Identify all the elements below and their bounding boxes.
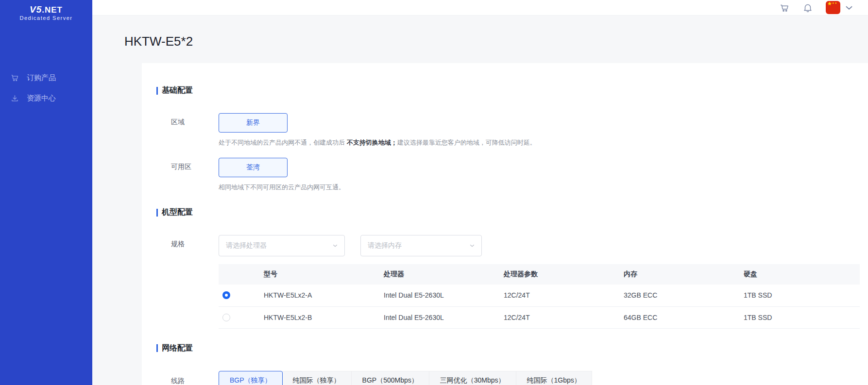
cart-icon bbox=[11, 74, 19, 82]
region-option-button[interactable]: 新界 bbox=[219, 113, 288, 133]
memory-select[interactable]: 请选择内存 bbox=[360, 235, 482, 256]
zone-option-button[interactable]: 荃湾 bbox=[219, 158, 288, 177]
line-option-bgp-dedicated[interactable]: BGP（独享） bbox=[219, 371, 283, 385]
sidebar: V5.NET Dedicated Server 订购产品 资源中心 bbox=[0, 0, 92, 385]
section-title-text: 网络配置 bbox=[162, 343, 193, 353]
table-header-row: 型号 处理器 处理器参数 内存 硬盘 bbox=[219, 264, 860, 285]
memory-select-placeholder: 请选择内存 bbox=[368, 241, 402, 250]
line-option-group: BGP（独享） 纯国际（独享） BGP（500Mbps） 三网优化（30Mbps… bbox=[219, 371, 858, 385]
form-row-zone: 可用区 荃湾 相同地域下不同可用区的云产品内网可互通。 bbox=[156, 158, 858, 192]
help-prefix: 处于不同地域的云产品内网不通，创建成功后 bbox=[219, 139, 347, 146]
cart-icon[interactable] bbox=[779, 2, 790, 13]
line-option-intl-1gbps[interactable]: 纯国际（1Gbps） bbox=[516, 371, 592, 385]
radio-unselected[interactable] bbox=[222, 314, 230, 321]
bell-icon[interactable] bbox=[802, 2, 813, 13]
cell-cpu-params: 12C/24T bbox=[500, 285, 620, 306]
cell-disk: 1TB SSD bbox=[740, 306, 860, 328]
chevron-down-icon[interactable] bbox=[844, 2, 854, 13]
cell-cpu-params: 12C/24T bbox=[500, 306, 620, 328]
cpu-select[interactable]: 请选择处理器 bbox=[219, 235, 345, 256]
logo-subtitle: Dedicated Server bbox=[0, 15, 92, 21]
section-machine-config: 机型配置 bbox=[156, 207, 858, 218]
column-header-disk: 硬盘 bbox=[740, 264, 860, 285]
user-menu[interactable]: ★ ★★ bbox=[826, 1, 854, 14]
cell-memory: 32GB ECC bbox=[620, 285, 740, 306]
help-bold: 不支持切换地域； bbox=[347, 139, 397, 146]
chevron-down-icon bbox=[469, 242, 476, 249]
column-header-model: 型号 bbox=[260, 264, 380, 285]
cell-model: HKTW-E5Lx2-A bbox=[260, 285, 380, 306]
config-card: 基础配置 区域 新界 处于不同地域的云产品内网不通，创建成功后 不支持切换地域；… bbox=[142, 63, 868, 385]
zone-label: 可用区 bbox=[156, 158, 219, 192]
section-basic-config: 基础配置 bbox=[156, 85, 858, 96]
logo-v5: V5 bbox=[30, 4, 42, 15]
spec-label: 规格 bbox=[156, 235, 219, 329]
form-row-spec: 规格 请选择处理器 请选择内存 bbox=[156, 235, 858, 329]
chevron-down-icon bbox=[332, 242, 339, 249]
cell-model: HKTW-E5Lx2-B bbox=[260, 306, 380, 328]
column-header-memory: 内存 bbox=[620, 264, 740, 285]
sidebar-item-label: 订购产品 bbox=[27, 73, 56, 83]
line-option-triple-net-30mbps[interactable]: 三网优化（30Mbps） bbox=[429, 371, 516, 385]
section-accent-bar bbox=[156, 344, 158, 352]
sidebar-item-order-products[interactable]: 订购产品 bbox=[0, 67, 92, 88]
table-row-model-a[interactable]: HKTW-E5Lx2-A Intel Dual E5-2630L 12C/24T… bbox=[219, 285, 860, 306]
sidebar-item-label: 资源中心 bbox=[27, 94, 56, 103]
region-label: 区域 bbox=[156, 113, 219, 147]
section-title-text: 机型配置 bbox=[162, 207, 193, 218]
table-row-model-b[interactable]: HKTW-E5Lx2-B Intel Dual E5-2630L 12C/24T… bbox=[219, 306, 860, 328]
radio-selected[interactable] bbox=[222, 291, 230, 299]
column-header-cpu-params: 处理器参数 bbox=[500, 264, 620, 285]
cell-disk: 1TB SSD bbox=[740, 285, 860, 306]
section-accent-bar bbox=[156, 209, 158, 217]
cell-memory: 64GB ECC bbox=[620, 306, 740, 328]
sidebar-nav: 订购产品 资源中心 bbox=[0, 67, 92, 108]
topbar: ★ ★★ bbox=[92, 0, 868, 16]
form-row-line: 线路 BGP（独享） 纯国际（独享） BGP（500Mbps） 三网优化（30M… bbox=[156, 371, 858, 385]
cell-cpu: Intel Dual E5-2630L bbox=[380, 285, 500, 306]
form-row-region: 区域 新界 处于不同地域的云产品内网不通，创建成功后 不支持切换地域；建议选择最… bbox=[156, 113, 858, 147]
download-icon bbox=[11, 94, 19, 102]
line-option-intl-dedicated[interactable]: 纯国际（独享） bbox=[282, 371, 352, 385]
page-title: HKTW-E5*2 bbox=[124, 34, 868, 49]
flag-star-icon: ★ bbox=[827, 1, 832, 7]
zone-help-text: 相同地域下不同可用区的云产品内网可互通。 bbox=[219, 183, 858, 192]
cpu-select-placeholder: 请选择处理器 bbox=[226, 241, 267, 250]
help-suffix: 建议选择最靠近您客户的地域，可降低访问时延。 bbox=[397, 139, 536, 146]
sidebar-item-resource-center[interactable]: 资源中心 bbox=[0, 88, 92, 108]
main-content: HKTW-E5*2 基础配置 区域 新界 处于不同地域的云产品内网不通，创建成功… bbox=[92, 16, 868, 385]
radio-column-header bbox=[219, 264, 260, 285]
logo: V5.NET Dedicated Server bbox=[0, 0, 92, 21]
cell-cpu: Intel Dual E5-2630L bbox=[380, 306, 500, 328]
flag-small-stars-icon: ★★ bbox=[832, 1, 837, 4]
model-table: 型号 处理器 处理器参数 内存 硬盘 HKTW-E5Lx2-A bbox=[219, 264, 860, 329]
avatar-flag[interactable]: ★ ★★ bbox=[826, 1, 840, 14]
line-label: 线路 bbox=[156, 371, 219, 385]
section-network-config: 网络配置 bbox=[156, 343, 858, 353]
line-option-bgp-500mbps[interactable]: BGP（500Mbps） bbox=[352, 371, 429, 385]
section-title-text: 基础配置 bbox=[162, 85, 193, 96]
region-help-text: 处于不同地域的云产品内网不通，创建成功后 不支持切换地域；建议选择最靠近您客户的… bbox=[219, 138, 858, 147]
section-accent-bar bbox=[156, 87, 158, 95]
column-header-cpu: 处理器 bbox=[380, 264, 500, 285]
logo-net: .NET bbox=[42, 5, 63, 15]
logo-title: V5.NET bbox=[0, 4, 92, 15]
